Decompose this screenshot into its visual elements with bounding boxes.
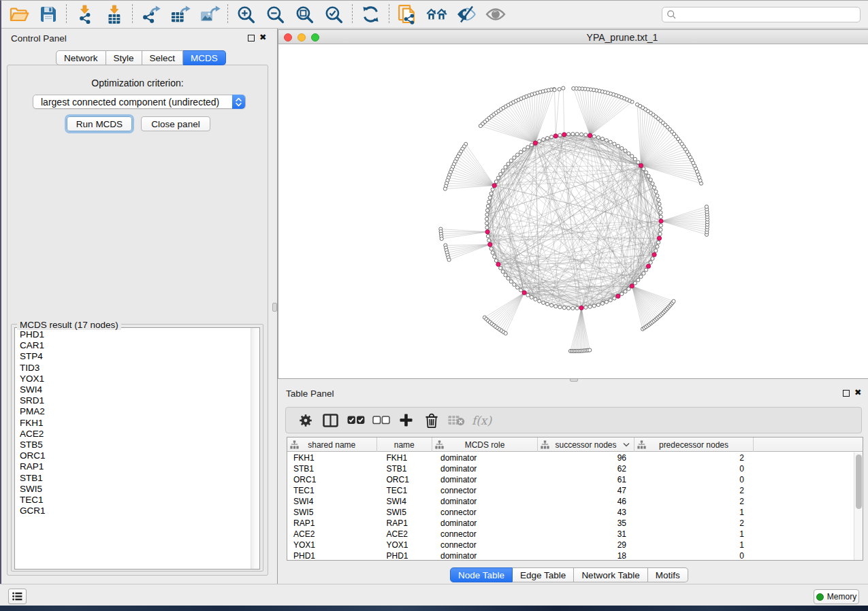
table-row-RAP1[interactable]: RAP1RAP1dominator352 (287, 518, 863, 529)
export-image-button[interactable] (195, 1, 224, 27)
window-close-traffic-light[interactable] (284, 33, 292, 42)
memory-button[interactable]: Memory (814, 589, 859, 604)
mcds-result-item[interactable]: FKH1 (20, 418, 46, 429)
scrollbar-thumb[interactable] (856, 455, 862, 509)
network-canvas[interactable] (278, 44, 868, 379)
mcds-list-scrollbar[interactable] (251, 328, 259, 569)
hide-selected-button[interactable] (451, 1, 481, 27)
column-header-predecessor-nodes[interactable]: predecessor nodes (634, 437, 754, 452)
column-header-successor-nodes[interactable]: successor nodes (538, 437, 634, 452)
mcds-result-item[interactable]: ORC1 (20, 450, 46, 461)
network-window-title: YPA_prune.txt_1 (524, 32, 721, 43)
open-folder-button[interactable] (4, 1, 33, 27)
table-row-SWI4[interactable]: SWI4SWI4dominator462 (287, 496, 863, 507)
import-network-button[interactable] (70, 1, 99, 27)
table-row-YOX1[interactable]: YOX1YOX1connector291 (287, 540, 863, 550)
hide-selected-icon (456, 5, 477, 23)
mcds-result-item[interactable]: RAP1 (20, 461, 46, 472)
run-mcds-button[interactable]: Run MCDS (67, 116, 132, 131)
criterion-dropdown[interactable]: largest connected component (undirected) (33, 95, 246, 109)
zoom-out-button[interactable] (261, 1, 290, 27)
tab-network-table[interactable]: Network Table (574, 567, 647, 582)
task-history-button[interactable] (8, 589, 27, 604)
save-session-button[interactable] (33, 1, 63, 27)
tab-mcds[interactable]: MCDS (183, 50, 226, 65)
zoom-fit-button[interactable] (290, 1, 319, 27)
cell: 35 (538, 518, 634, 529)
first-neighbors-button[interactable] (422, 1, 451, 27)
tab-motifs[interactable]: Motifs (648, 567, 688, 582)
cell: ACE2 (377, 529, 433, 540)
tab-select[interactable]: Select (142, 50, 184, 65)
table-row-FKH1[interactable]: FKH1FKH1dominator962 (287, 452, 863, 463)
mcds-hub-node (652, 252, 656, 257)
mcds-result-item[interactable]: ACE2 (20, 429, 46, 440)
cell: 61 (538, 474, 634, 485)
import-table-button[interactable] (99, 1, 129, 27)
cell: SWI5 (377, 507, 433, 518)
tab-edge-table[interactable]: Edge Table (513, 567, 574, 582)
mcds-result-item[interactable]: TEC1 (20, 495, 46, 506)
column-header-MCDS-role[interactable]: MCDS role (432, 437, 538, 452)
mcds-result-item[interactable]: STB1 (20, 473, 46, 484)
network-from-selection-button[interactable] (393, 1, 422, 27)
mcds-result-item[interactable]: YOX1 (20, 374, 46, 384)
show-all-button[interactable] (481, 1, 510, 27)
export-network-icon (141, 5, 161, 24)
cell: 2 (634, 496, 754, 507)
mcds-result-item[interactable]: TID3 (20, 363, 46, 374)
tab-node-table[interactable]: Node Table (450, 567, 513, 582)
import-table-icon (105, 5, 124, 24)
add-column-button[interactable] (393, 409, 419, 432)
float-panel-icon[interactable] (248, 35, 255, 42)
tab-network[interactable]: Network (56, 50, 106, 65)
delete-columns-button[interactable] (419, 409, 444, 432)
close-panel-icon[interactable]: ✖ (259, 33, 266, 42)
vertical-splitter-handle[interactable] (272, 303, 277, 312)
table-row-STB1[interactable]: STB1STB1dominator620 (287, 463, 863, 474)
network-window-titlebar[interactable]: YPA_prune.txt_1 (278, 29, 868, 44)
select-all-columns-button[interactable] (343, 409, 368, 432)
mcds-result-item[interactable]: STP4 (20, 351, 46, 362)
mcds-result-item[interactable]: GCR1 (20, 506, 46, 516)
mcds-result-item[interactable]: STB5 (20, 440, 46, 450)
mcds-result-item[interactable]: CAR1 (20, 340, 46, 351)
mcds-result-item[interactable]: SRD1 (20, 395, 46, 406)
table-scrollbar[interactable] (854, 452, 863, 560)
cell: RAP1 (287, 518, 377, 529)
export-table-button[interactable] (165, 1, 195, 27)
table-settings-gear-button[interactable] (293, 409, 318, 432)
mcds-result-item[interactable]: SWI4 (20, 384, 46, 395)
show-columns-button[interactable] (318, 409, 343, 432)
save-session-icon (39, 5, 58, 24)
table-row-TEC1[interactable]: TEC1TEC1connector472 (287, 485, 863, 496)
apply-layout-button[interactable] (356, 1, 385, 27)
first-neighbors-icon (426, 5, 447, 24)
search-input[interactable] (662, 7, 861, 22)
table-row-ACE2[interactable]: ACE2ACE2connector311 (287, 529, 863, 540)
table-close-panel-icon[interactable]: ✖ (854, 388, 861, 397)
zoom-selected-button[interactable] (319, 1, 349, 27)
mcds-result-item[interactable]: SWI5 (20, 484, 46, 495)
cell: 46 (538, 496, 634, 507)
export-image-icon (199, 5, 221, 24)
table-row-SWI5[interactable]: SWI5SWI5connector431 (287, 507, 863, 518)
mcds-hub-node (496, 262, 500, 266)
zoom-in-button[interactable] (231, 1, 261, 27)
export-network-button[interactable] (136, 1, 165, 27)
window-minimize-traffic-light[interactable] (298, 33, 306, 42)
column-header-name[interactable]: name (377, 437, 433, 452)
window-zoom-traffic-light[interactable] (311, 33, 319, 42)
mcds-result-item[interactable]: PHD1 (20, 329, 46, 340)
mcds-result-list[interactable]: PHD1CAR1STP4TID3YOX1SWI4SRD1PMA2FKH1ACE2… (14, 327, 260, 569)
close-panel-button[interactable]: Close panel (141, 116, 210, 131)
table-float-panel-icon[interactable] (843, 390, 850, 397)
table-row-ORC1[interactable]: ORC1ORC1dominator610 (287, 474, 863, 485)
unselect-all-columns-button[interactable] (368, 409, 393, 432)
cell: dominator (432, 474, 538, 485)
column-header-shared-name[interactable]: shared name (287, 437, 377, 452)
mcds-result-item[interactable]: PMA2 (20, 406, 46, 417)
tab-style[interactable]: Style (106, 50, 142, 65)
cell: SWI4 (287, 496, 377, 507)
table-row-PHD1[interactable]: PHD1PHD1dominator180 (287, 550, 863, 561)
